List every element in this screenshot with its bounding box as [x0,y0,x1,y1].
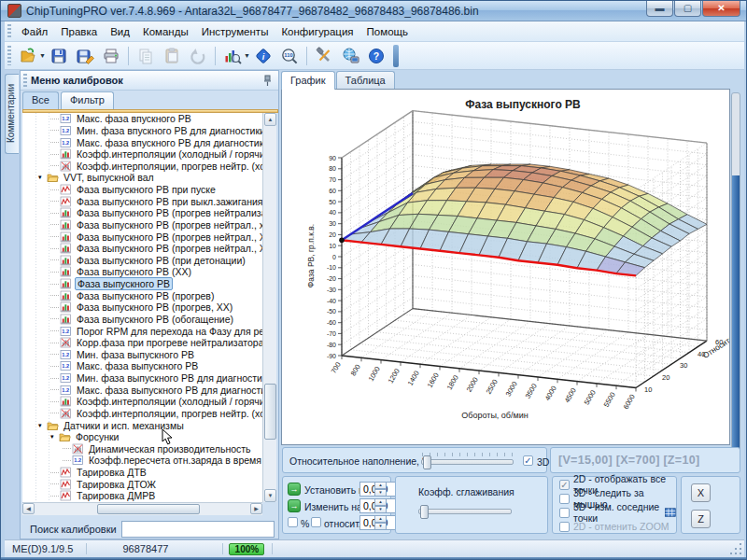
tree-item[interactable]: Фаза выпускного РВ при выкл.зажигания [22,195,262,207]
menu-item[interactable]: Правка [54,24,104,39]
tree-item[interactable]: Тарировка ДТОЖ [22,478,262,490]
tab-Таблица[interactable]: Таблица [336,71,395,90]
chart-vertical-slider[interactable] [731,92,740,470]
tree-item[interactable]: 1.2Макс. фаза выпускного РВ [22,360,262,372]
tree-item[interactable]: Фаза выпускного РВ (обогащение) [22,314,262,326]
apply-set-icon[interactable]: → [288,483,301,496]
resize-grip[interactable] [730,543,742,555]
menu-item[interactable]: Команды [136,24,195,39]
tree-item[interactable]: Коэфф.интерполяции, прогрев нейтр. (холо… [22,408,262,420]
close-button[interactable]: ✕ [702,1,740,17]
tree-item[interactable]: Коэфф.интерполяции, прогрев нейтр. (холо… [22,161,262,173]
dropdown-arrow-icon[interactable]: ▼ [39,52,46,59]
expander-icon[interactable]: ▾ [50,433,59,441]
menu-item[interactable]: Файл [15,24,54,39]
option-checkbox[interactable]: ✓ [559,522,570,532]
tree-horizontal-scrollbar[interactable]: ◀ ▶ [22,502,262,515]
fill-slider[interactable] [421,459,514,465]
info-icon[interactable]: i [251,45,275,67]
network-icon[interactable] [338,45,362,67]
surface-plot[interactable]: -90-80-70-60-50-40-30-20-100102030405060… [282,90,730,445]
set-value-spinner[interactable]: ▲▼ [374,482,387,497]
percent-checkbox[interactable]: ✓ [288,517,298,527]
paste-icon[interactable] [160,45,184,67]
tree-item[interactable]: Фаза выпускного РВ (прогрев нейтрал., ХХ… [22,231,262,243]
undo-icon[interactable] [186,45,210,67]
tree-item[interactable]: Фаза выпускного РВ (при детонации) [22,255,262,267]
zoom-110-icon[interactable]: 110 [277,45,302,67]
tree-item[interactable]: Фаза выпускного РВ [22,278,262,290]
option-checkbox[interactable]: ✓ [559,508,570,518]
3d-checkbox[interactable]: ✓ [523,455,533,466]
tree-item[interactable]: Тарировка ДМРВ [22,490,262,502]
scroll-right-icon[interactable]: ▶ [250,503,262,514]
change-value-spinner[interactable]: ▲▼ [374,498,387,513]
tree-item[interactable]: 1.2Макс. фаза впускного РВ для диагности… [22,136,262,148]
tree-item[interactable]: 1.2Мин. фаза выпускного РВ для диагности… [22,372,262,385]
fill-slider-thumb[interactable] [423,455,431,469]
tree-item[interactable]: Фаза выпускного РВ (прогрев нейтрализато… [22,207,262,219]
search-input[interactable] [121,521,275,538]
grid-icon[interactable] [665,507,676,518]
smoothing-slider[interactable] [418,509,512,514]
tab-Фильтр[interactable]: Фильтр [61,91,114,109]
scroll-up-icon[interactable]: ▲ [264,113,276,126]
expander-icon[interactable]: ▾ [38,174,47,181]
tree-item[interactable]: Коэфф.интерполяции (холодный / горячий ) [22,148,262,161]
tree-item[interactable]: Фаза выпускного РВ (прогрев) [22,289,262,301]
copy-icon[interactable] [134,45,158,67]
option-checkbox[interactable]: ✓ [559,480,570,490]
tree-item[interactable]: 1.2Макс. фаза выпускного РВ для диагност… [22,384,262,396]
menu-item[interactable]: Вид [104,24,136,39]
menu-item[interactable]: Помощь [360,24,415,39]
print-icon[interactable] [99,45,123,67]
tree-hscroll-thumb[interactable] [97,504,200,514]
maximize-button[interactable]: ▢ [674,1,701,17]
tree-item[interactable]: 1.2Мин. фаза впускного РВ для диагностик… [22,125,262,137]
minimize-button[interactable]: ▬ [646,1,673,17]
smoothing-slider-thumb[interactable] [420,505,429,519]
comments-side-tab[interactable]: Комментарии [5,74,19,154]
z-axis-button[interactable]: Z [691,510,711,528]
option-checkbox[interactable]: ✓ [559,494,570,504]
tree-folder[interactable]: ▾VVT, выпускной вал [22,172,262,184]
tree-item[interactable]: Фаза выпускного РВ (ХХ) [22,266,262,278]
apply-change-icon[interactable]: → [288,499,301,512]
tree-item[interactable]: Фаза выпускного РВ (прогрев, ХХ) [22,301,262,314]
scroll-down-icon[interactable]: ▼ [264,489,276,502]
tree-item[interactable]: Коэфф.интерполяции (холодный / горячий ) [22,396,262,408]
open-file-icon[interactable] [16,45,40,67]
relative-value-spinner[interactable]: ▲▼ [374,515,387,530]
tree-item[interactable]: 1.2Порог RPM для перехода на Фазу для ре… [22,325,262,337]
save-as-icon[interactable] [73,45,97,67]
tree-item[interactable]: Фаза выпускного РВ (прогрев нейтрал., ХХ… [22,243,262,255]
chart-vslider-fill[interactable] [732,175,740,471]
dropdown-arrow-icon[interactable]: ▼ [244,52,250,59]
tree-item[interactable]: Тарировка ДТВ [22,467,262,479]
tree-item[interactable]: 1.2Макс. фаза впускного РВ [22,113,262,125]
help-icon[interactable]: ? [364,45,388,67]
tree-item[interactable]: Корр.фаза при прогреве нейтрализатора [22,337,262,349]
tree-folder[interactable]: ▾Форсунки [22,431,262,443]
expander-icon[interactable]: ▾ [38,422,47,429]
chart-zoom-icon[interactable] [220,45,245,67]
save-icon[interactable] [47,45,71,67]
scroll-left-icon[interactable]: ◀ [22,503,35,514]
tree-item[interactable]: Фаза выпускного РВ (прогрев нейтрал., хо… [22,219,262,231]
tree-folder[interactable]: ▾Датчики и исп. механизмы [22,419,262,431]
tab-Все[interactable]: Все [22,91,59,109]
pin-icon[interactable] [262,75,273,87]
x-axis-button[interactable]: X [691,483,711,502]
menu-item[interactable]: Инструменты [195,24,275,39]
tree-item[interactable]: Динамическая производительность [22,443,262,455]
tree-vertical-scrollbar[interactable]: ▲ ▼ [262,113,276,502]
tree-item[interactable]: 1.2Мин. фаза выпускного РВ [22,349,262,361]
tools-icon[interactable] [312,45,336,67]
tree-item[interactable]: 1.2Коэфф.пересчета отн.заряда в время вп… [22,455,262,467]
menu-item[interactable]: Конфигурация [275,24,359,39]
tab-График[interactable]: График [281,71,335,90]
chart-area[interactable]: -90-80-70-60-50-40-30-20-100102030405060… [281,89,730,445]
tree-vscroll-thumb[interactable] [264,384,276,440]
tree-item[interactable]: Фаза выпускного РВ при пуске [22,184,262,196]
relative-checkbox[interactable]: ✓ [311,517,321,527]
